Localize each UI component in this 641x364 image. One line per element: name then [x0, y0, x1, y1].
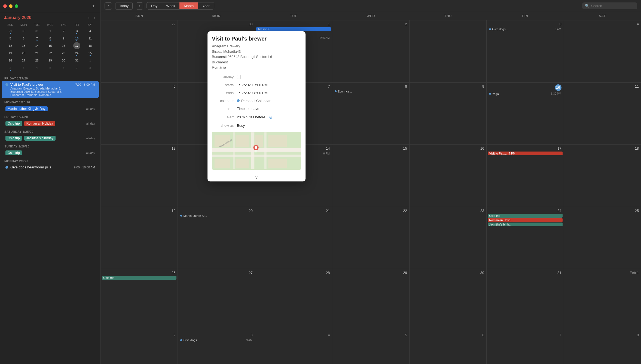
mini-cal-day[interactable]: 29 — [7, 27, 14, 35]
mini-cal-day-selected[interactable]: 17 — [73, 42, 80, 49]
cal-day[interactable]: 21 — [255, 207, 332, 269]
mini-cal-day[interactable]: 13 — [20, 42, 27, 49]
cal-day[interactable]: 4 — [255, 331, 332, 364]
cal-event[interactable]: Zoom ca... — [333, 90, 408, 93]
mini-cal-day[interactable]: 24 — [73, 50, 80, 57]
popup-expand-arrow[interactable]: ∨ — [207, 173, 306, 181]
cal-event[interactable]: Jacintha's birth... — [488, 223, 562, 226]
popup-map[interactable]: Strada Mehadia — [212, 132, 301, 170]
cal-event[interactable]: Romanian Holid... — [488, 218, 562, 222]
mini-cal-day[interactable]: 28 — [33, 57, 41, 64]
view-day-button[interactable]: Day — [147, 2, 162, 9]
cal-day[interactable]: 20 Martin Luther Ki... — [178, 207, 255, 269]
mini-cal-day[interactable]: 4 — [87, 27, 94, 35]
mini-cal-day[interactable]: 8 — [47, 35, 54, 42]
add-alert-button[interactable]: ⊕ — [269, 115, 273, 120]
mini-cal-day[interactable]: 26 — [7, 57, 14, 64]
mini-cal-next[interactable]: › — [92, 15, 97, 20]
mini-cal-day[interactable]: 12 — [7, 42, 14, 49]
cal-day[interactable]: 6 — [410, 331, 487, 364]
cal-day[interactable]: 2 — [101, 331, 178, 364]
mini-cal-day[interactable]: 8 — [87, 64, 94, 71]
mini-cal-day[interactable]: 30 — [60, 57, 67, 64]
cal-day[interactable]: 27 — [178, 269, 255, 331]
cal-event[interactable]: Give dogs... 9 AM — [179, 338, 254, 342]
cal-day[interactable]: 12 — [101, 145, 178, 207]
mini-cal-day[interactable]: 5 — [7, 35, 14, 42]
cal-day[interactable]: 2 — [332, 20, 409, 82]
today-button[interactable]: Today — [115, 2, 133, 10]
cal-day[interactable]: 16 — [410, 145, 487, 207]
mini-cal-day[interactable]: 7 — [73, 64, 80, 71]
mini-cal-day[interactable]: 22 — [47, 50, 54, 57]
cal-day[interactable]: 5 — [101, 83, 178, 145]
mini-cal-day[interactable]: 2 — [7, 64, 14, 71]
mini-cal-day[interactable]: 3 — [73, 27, 80, 35]
view-month-button[interactable]: Month — [179, 2, 198, 9]
cal-day[interactable]: 9 — [410, 83, 487, 145]
mini-cal-day[interactable]: 30 — [20, 27, 27, 35]
mini-cal-prev[interactable]: ‹ — [87, 15, 91, 20]
cal-day[interactable]: 29 — [332, 269, 409, 331]
mini-cal-day[interactable]: 31 — [33, 27, 41, 35]
mini-cal-day[interactable]: 20 — [20, 50, 27, 57]
search-input[interactable] — [591, 4, 634, 8]
mini-cal-day[interactable]: 1 — [87, 57, 94, 64]
mini-cal-day[interactable]: 6 — [20, 35, 27, 42]
mini-cal-day[interactable]: 2 — [60, 27, 67, 35]
mini-cal-day[interactable]: 9 — [60, 35, 67, 42]
cal-event[interactable]: Give dogs... 9 AM — [488, 27, 562, 31]
list-item[interactable]: Oslo trip Romanian Holiday all-day — [2, 120, 99, 127]
prev-month-button[interactable]: ‹ — [105, 2, 112, 10]
cal-event[interactable]: Oslo trip — [102, 276, 176, 280]
list-item[interactable]: Oslo trip all-day — [2, 149, 99, 157]
mini-cal-day[interactable]: 15 — [47, 42, 54, 49]
cal-event[interactable]: Martin Luther Ki... — [179, 214, 254, 218]
cal-day[interactable]: 30 — [410, 269, 487, 331]
mini-cal-day[interactable]: 19 — [7, 50, 14, 57]
cal-day[interactable] — [410, 20, 487, 82]
mini-cal-day[interactable]: 7 — [33, 35, 41, 42]
cal-day[interactable]: 3 Give dogs... 9 AM — [178, 331, 255, 364]
cal-day[interactable]: 28 — [255, 269, 332, 331]
cal-day[interactable]: 25 — [564, 207, 641, 269]
add-event-button[interactable]: + — [90, 2, 97, 10]
cal-event-visit-paul[interactable]: Visit to Pau... 7 PM — [488, 152, 562, 155]
cal-day[interactable]: 3 Give dogs... 9 AM — [487, 20, 564, 82]
cal-day[interactable]: 8 Zoom ca... — [332, 83, 409, 145]
mini-cal-day[interactable]: 29 — [47, 57, 54, 64]
mini-cal-day[interactable]: 16 — [60, 42, 67, 49]
mini-cal-day[interactable]: 21 — [33, 50, 41, 57]
mini-cal-day[interactable]: 4 — [33, 64, 41, 71]
cal-day[interactable]: 26 Oslo trip — [101, 269, 178, 331]
mini-cal-day[interactable]: 1 — [47, 27, 54, 35]
list-item[interactable]: Visit to Paul's brewer Anagram Brewery, … — [2, 81, 99, 98]
mini-cal-day[interactable]: 14 — [33, 42, 41, 49]
cal-day[interactable]: 18 — [564, 145, 641, 207]
view-year-button[interactable]: Year — [198, 2, 214, 9]
close-button[interactable] — [3, 4, 7, 8]
mini-cal-day[interactable]: 11 — [87, 35, 94, 42]
mini-cal-day[interactable]: 10 — [73, 35, 80, 42]
cal-day[interactable]: Feb 1 — [564, 269, 641, 331]
mini-cal-day[interactable]: 3 — [20, 64, 27, 71]
list-item[interactable]: Give dogs heartworm pills 9:00 - 10:00 A… — [2, 164, 99, 171]
search-box[interactable]: 🔍 — [582, 2, 637, 9]
next-month-button[interactable]: › — [136, 2, 143, 10]
list-item[interactable]: Martin Luther King Jr. Day all-day — [2, 105, 99, 113]
cal-event[interactable]: Yoga 6:30 PM — [488, 92, 562, 96]
allday-checkbox[interactable] — [237, 75, 241, 79]
cal-day[interactable]: 15 — [332, 145, 409, 207]
mini-cal-day[interactable]: 5 — [47, 64, 54, 71]
cal-day[interactable]: 11 — [564, 83, 641, 145]
cal-event[interactable]: Tim in SF — [256, 27, 331, 31]
cal-day[interactable]: 31 — [487, 269, 564, 331]
cal-day[interactable]: 5 — [332, 331, 409, 364]
mini-cal-day[interactable]: 18 — [87, 42, 94, 49]
cal-day[interactable]: 24 Oslo trip Romanian Holid... Jacintha'… — [487, 207, 564, 269]
cal-day[interactable]: 29 — [101, 20, 178, 82]
cal-day[interactable]: 19 — [101, 207, 178, 269]
mini-cal-day[interactable]: 31 — [73, 57, 80, 64]
mini-cal-day[interactable]: 27 — [20, 57, 27, 64]
cal-day[interactable]: 8 — [564, 331, 641, 364]
